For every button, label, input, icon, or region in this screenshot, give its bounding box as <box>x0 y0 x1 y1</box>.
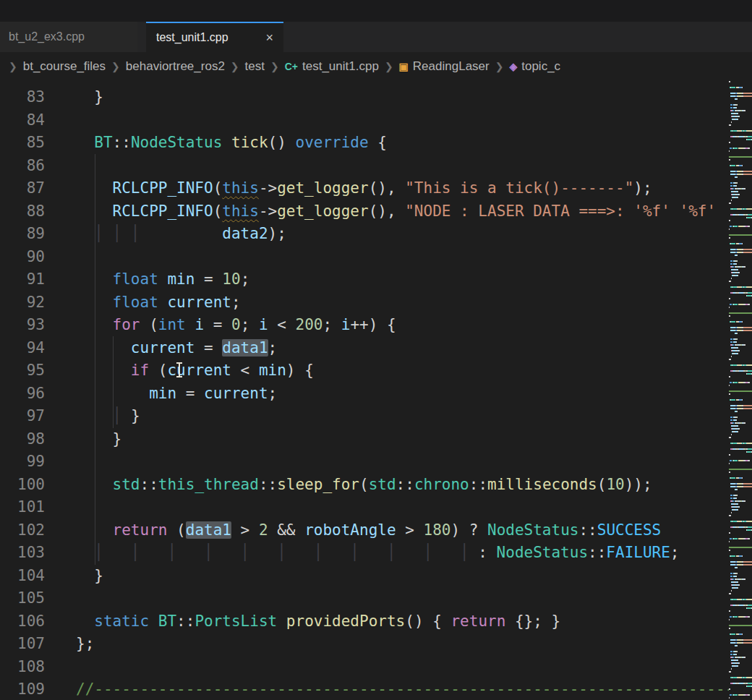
line-number[interactable]: 98 <box>0 428 45 451</box>
code-line[interactable]: 87 RCLCPP_INFO(this->get_logger(), "This… <box>0 177 729 200</box>
code-lines[interactable]: 83 }8485 BT::NodeStatus tick() override … <box>0 81 729 700</box>
minimap-row <box>729 651 752 652</box>
line-number[interactable]: 109 <box>0 678 45 700</box>
minimap-row <box>729 165 752 166</box>
code-line[interactable]: 102 return (data1 > 2 && robotAngle > 18… <box>0 519 729 542</box>
line-number[interactable]: 87 <box>0 177 45 200</box>
minimap-row <box>729 500 752 502</box>
line-number[interactable]: 103 <box>0 542 45 565</box>
minimap-row <box>729 509 752 511</box>
code-line[interactable]: 84 <box>0 109 729 132</box>
line-number[interactable]: 88 <box>0 200 45 223</box>
code-line[interactable]: 109//-----------------------------------… <box>0 678 729 700</box>
line-number[interactable]: 83 <box>0 86 45 109</box>
code-line[interactable]: 101 <box>0 496 729 519</box>
minimap-row <box>729 93 752 94</box>
code-line[interactable]: 92 float current; <box>0 291 729 315</box>
line-number[interactable]: 94 <box>0 337 45 360</box>
code-line[interactable]: 90 <box>0 246 729 269</box>
chevron-right-icon: ❯ <box>270 61 279 72</box>
code-line[interactable]: 89 │ │ │ data2); <box>0 223 729 246</box>
minimap-row <box>729 257 752 259</box>
code-line[interactable]: 88 RCLCPP_INFO(this->get_logger(), "NODE… <box>0 200 729 223</box>
code-line[interactable]: 103 │ │ │ │ │ │ │ │ │ │ │ : NodeStatus::… <box>0 542 729 565</box>
minimap-row <box>729 214 752 215</box>
line-number[interactable]: 108 <box>0 656 45 679</box>
minimap-row <box>729 359 752 360</box>
minimap-row <box>729 535 752 537</box>
code-line[interactable]: 107}; <box>0 633 729 656</box>
line-number[interactable]: 104 <box>0 565 45 588</box>
line-number[interactable]: 102 <box>0 519 45 542</box>
minimap[interactable] <box>729 81 752 700</box>
line-number[interactable]: 89 <box>0 223 45 246</box>
code-line[interactable]: 85 BT::NodeStatus tick() override { <box>0 132 729 155</box>
minimap-row <box>729 486 752 487</box>
code-line[interactable]: 91 float min = 10; <box>0 268 729 291</box>
code-line[interactable]: 104 } <box>0 565 729 588</box>
code-line[interactable]: 99 <box>0 451 729 474</box>
minimap-row <box>729 205 752 207</box>
line-number[interactable]: 105 <box>0 587 45 610</box>
code-line[interactable]: 94 current = data1; <box>0 337 729 360</box>
breadcrumb-item-label: test <box>245 59 265 74</box>
minimap-row <box>729 231 752 233</box>
minimap-row <box>729 95 752 97</box>
minimap-row <box>729 648 752 649</box>
breadcrumb-item-label: behaviortree_ros2 <box>126 59 225 74</box>
code-line[interactable]: 105 <box>0 587 729 610</box>
code-line[interactable]: 98 } <box>0 428 729 451</box>
breadcrumb-item[interactable]: behaviortree_ros2 <box>126 59 225 74</box>
code-line[interactable]: 83 } <box>0 86 729 109</box>
breadcrumb-item-label: bt_course_files <box>23 59 106 74</box>
code-line[interactable]: 100 std::this_thread::sleep_for(std::chr… <box>0 474 729 497</box>
minimap-row <box>729 197 752 198</box>
line-number[interactable]: 85 <box>0 132 45 155</box>
minimap-row <box>729 541 752 542</box>
line-number[interactable]: 96 <box>0 383 45 406</box>
tab-bt_u2_ex3[interactable]: bt_u2_ex3.cpp <box>0 22 137 52</box>
line-code: │ } <box>76 405 140 428</box>
minimap-row <box>729 677 752 678</box>
code-line[interactable]: 86 <box>0 155 729 178</box>
line-number[interactable]: 92 <box>0 291 45 315</box>
minimap-row <box>729 431 752 432</box>
tab-test_unit1[interactable]: test_unit1.cpp × <box>146 22 283 52</box>
line-number[interactable]: 86 <box>0 155 45 178</box>
minimap-row <box>729 529 752 531</box>
line-number[interactable]: 93 <box>0 314 45 337</box>
line-number[interactable]: 99 <box>0 451 45 474</box>
line-code: } <box>76 86 103 109</box>
line-number[interactable]: 90 <box>0 246 45 269</box>
code-line[interactable]: 93 for (int i = 0; i < 200; i++) { <box>0 314 729 337</box>
code-line[interactable]: 97 │ } <box>0 405 729 428</box>
minimap-row <box>729 636 752 638</box>
code-line[interactable]: 108 <box>0 656 729 679</box>
close-icon[interactable]: × <box>265 31 273 44</box>
line-number[interactable]: 100 <box>0 474 45 497</box>
line-number[interactable]: 107 <box>0 633 45 656</box>
minimap-row <box>729 382 752 383</box>
line-code: RCLCPP_INFO(this->get_logger(), "This is… <box>76 177 652 200</box>
minimap-row <box>729 463 752 464</box>
minimap-row <box>729 631 752 632</box>
code-line[interactable]: 106 static BT::PortsList providedPorts()… <box>0 610 729 633</box>
line-number[interactable]: 101 <box>0 496 45 519</box>
code-line[interactable]: 96 min = current; <box>0 383 729 406</box>
breadcrumb-item[interactable]: ◈topic_c <box>509 59 560 74</box>
minimap-row <box>729 159 752 161</box>
line-number[interactable]: 97 <box>0 405 45 428</box>
minimap-row <box>729 451 752 453</box>
breadcrumb-item[interactable]: bt_course_files <box>23 59 106 74</box>
breadcrumb-item[interactable]: C+test_unit1.cpp <box>285 59 379 74</box>
line-number[interactable]: 84 <box>0 109 45 132</box>
breadcrumb-item[interactable]: test <box>245 59 265 74</box>
breadcrumb-item-label: ReadingLaser <box>413 59 490 74</box>
line-number[interactable]: 95 <box>0 359 45 383</box>
code-line[interactable]: 95 if (current < min) { <box>0 359 729 383</box>
minimap-row <box>729 445 752 447</box>
breadcrumb-item[interactable]: ▣ReadingLaser <box>399 59 490 74</box>
breadcrumb: ❯bt_course_files❯behaviortree_ros2❯test❯… <box>0 52 752 81</box>
line-number[interactable]: 106 <box>0 610 45 633</box>
line-number[interactable]: 91 <box>0 268 45 291</box>
